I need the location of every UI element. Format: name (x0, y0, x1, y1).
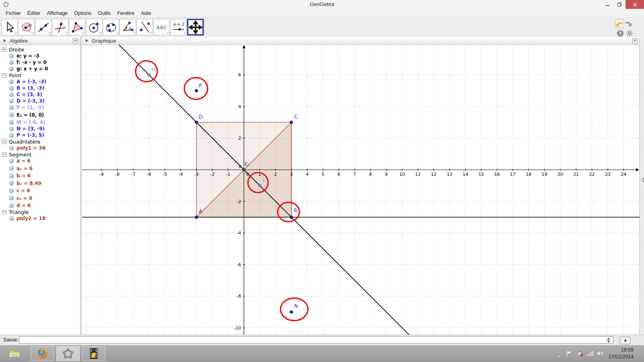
menu-item-aide[interactable]: Aide (138, 9, 154, 18)
minimize-button[interactable] (601, 0, 613, 9)
tool-dropdown-icon[interactable]: ▽ (82, 32, 85, 35)
algebra-item-e[interactable]: e: y = -3 (0, 53, 80, 59)
tool-dropdown-icon[interactable]: ▽ (14, 32, 17, 35)
algebra-item-p[interactable]: P = (-3, 5) (0, 132, 80, 138)
algebra-item-poly2[interactable]: poly2 = 18 (0, 215, 80, 222)
tool-dropdown-icon[interactable]: ▽ (167, 32, 169, 35)
tool-text-button[interactable]: ABC▽ (153, 19, 170, 35)
menu-item-fichier[interactable]: Fichier (2, 9, 24, 18)
menu-item-affichage[interactable]: Affichage (43, 9, 71, 18)
visibility-marble-icon[interactable] (9, 120, 14, 125)
tool-dropdown-icon[interactable]: ▽ (133, 32, 135, 35)
point-n[interactable] (290, 311, 293, 313)
visibility-marble-icon[interactable] (9, 204, 14, 208)
visibility-marble-icon[interactable] (9, 133, 14, 138)
selection-circle-p[interactable] (184, 78, 208, 99)
algebra-item-c[interactable]: c = 6 (0, 187, 80, 194)
visibility-marble-icon[interactable] (9, 127, 14, 131)
collapse-box-icon[interactable] (2, 152, 6, 157)
tool-dropdown-icon[interactable]: ▽ (31, 32, 34, 35)
algebra-category-point[interactable]: Point (0, 72, 80, 78)
graphics-view[interactable]: -9-8-7-6-5-4-3-2-11234567891011121314151… (82, 45, 640, 335)
algebra-category-quadrilate-re[interactable]: Quadrilatère (0, 138, 80, 145)
visibility-marble-icon[interactable] (9, 80, 14, 84)
point-m[interactable] (148, 74, 151, 76)
algebra-item-e[interactable]: E₁ = (0, 0) (0, 111, 80, 119)
network-signal-icon[interactable] (586, 350, 594, 358)
taskbar-clock[interactable]: 19:59 17/02/2014 (608, 347, 634, 360)
restore-button[interactable] (613, 0, 625, 9)
algebra-category-triangle[interactable]: Triangle (0, 209, 80, 215)
visibility-marble-icon[interactable] (9, 216, 14, 221)
point-e[interactable] (258, 184, 261, 187)
algebra-item-a[interactable]: A = (-3, -3) (0, 78, 80, 85)
taskbar-geogebra-button[interactable] (56, 346, 80, 361)
tool-conic-button[interactable]: ▽ (103, 19, 119, 35)
visibility-marble-icon[interactable] (9, 60, 14, 65)
gear-icon[interactable] (625, 29, 634, 37)
menu-item-fene-tre[interactable]: Fenêtre (114, 9, 138, 18)
visibility-marble-icon[interactable] (9, 113, 14, 117)
algebra-item-a[interactable]: a₁ = 6 (0, 164, 80, 173)
algebra-item-c[interactable]: c₁ = 6 (0, 194, 80, 202)
collapse-left-icon[interactable] (640, 177, 644, 184)
visibility-marble-icon[interactable] (9, 166, 14, 171)
tool-line-button[interactable]: ▽ (35, 19, 52, 35)
taskbar-explorer-button[interactable] (6, 347, 23, 360)
visibility-marble-icon[interactable] (9, 105, 14, 110)
close-button[interactable] (625, 0, 644, 9)
input-help-button[interactable] (620, 337, 630, 344)
algebra-item-b[interactable]: b = 6 (0, 173, 80, 179)
visibility-marble-icon[interactable] (9, 174, 14, 178)
point-d[interactable] (195, 121, 198, 124)
visibility-marble-icon[interactable] (9, 159, 14, 163)
menu-item-outils[interactable]: Outils (95, 9, 114, 18)
taskbar-camstudio-button[interactable]: STUDIO (82, 346, 105, 361)
graphics-close-icon[interactable]: ✕ (632, 38, 638, 43)
visibility-marble-icon[interactable] (9, 86, 14, 90)
algebra-item-b[interactable]: b₁ = 8.49 (0, 179, 80, 187)
visibility-marble-icon[interactable] (9, 189, 14, 193)
tool-dropdown-icon[interactable]: ▽ (200, 31, 202, 34)
tool-angle-button[interactable]: α▽ (120, 19, 136, 35)
tool-point-button[interactable]: A▽ (18, 19, 35, 35)
algebra-item-b[interactable]: B = (3, -3) (0, 85, 80, 91)
visibility-marble-icon[interactable] (9, 146, 14, 150)
help-icon[interactable]: ? (616, 29, 624, 37)
algebra-item-g[interactable]: g: x + y = 0 (0, 66, 80, 72)
point-p[interactable] (195, 89, 198, 92)
point-a[interactable] (195, 216, 198, 218)
collapse-box-icon[interactable] (2, 73, 6, 78)
algebra-category-segment[interactable]: Segment (0, 151, 80, 158)
tool-slider-button[interactable]: a = 2▽ (170, 19, 187, 35)
visibility-marble-icon[interactable] (9, 196, 14, 200)
visibility-marble-icon[interactable] (9, 54, 14, 58)
selection-circle-n[interactable] (281, 298, 308, 321)
menu-item-e-diter[interactable]: Éditer (24, 9, 44, 18)
collapse-box-icon[interactable] (2, 140, 6, 144)
visibility-marble-icon[interactable] (9, 181, 14, 185)
algebra-item-f[interactable]: f: -x - y = 0 (0, 59, 80, 66)
tool-dropdown-icon[interactable]: ▽ (150, 32, 152, 35)
algebra-item-d[interactable]: D = (-3, 3) (0, 98, 80, 104)
tool-polygon-button[interactable]: ▽ (69, 19, 85, 35)
power-status-icon[interactable] (576, 350, 584, 359)
algebra-item-n[interactable]: N = (3, -9) (0, 125, 80, 132)
input-spinner[interactable] (607, 338, 611, 343)
algebra-item-a[interactable]: a = 6 (0, 158, 80, 164)
tool-dropdown-icon[interactable]: ▽ (65, 32, 68, 35)
undo-button[interactable] (615, 19, 624, 28)
visibility-marble-icon[interactable] (9, 99, 14, 103)
algebra-category-droite[interactable]: Droite (0, 46, 80, 53)
algebra-item-d[interactable]: d = 6 (0, 202, 80, 209)
volume-speaker-icon[interactable] (596, 350, 604, 358)
algebra-item-m[interactable]: M = (-6, 6) (0, 119, 80, 125)
tool-dropdown-icon[interactable]: ▽ (48, 32, 51, 35)
panel-toggle-icon[interactable] (86, 39, 88, 42)
show-hidden-icons-icon[interactable] (556, 352, 561, 359)
point-e[interactable] (242, 168, 245, 171)
tool-reflection-button[interactable]: ▽ (136, 19, 153, 35)
algebra-item-c[interactable]: C = (3, 3) (0, 91, 80, 98)
menu-item-options[interactable]: Options (71, 9, 95, 18)
tool-perpendicular-line-button[interactable]: ▽ (52, 19, 68, 35)
